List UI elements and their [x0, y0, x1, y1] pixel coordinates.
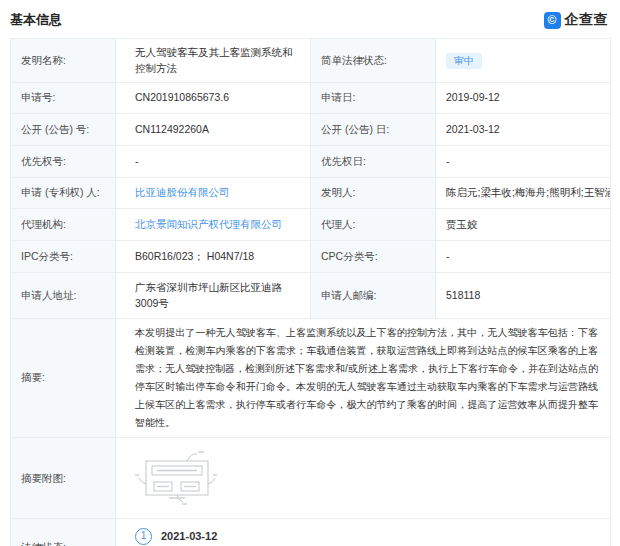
- table-row: IPC分类号: B60R16/023； H04N7/18 CPC分类号: -: [11, 241, 611, 273]
- application-date-label: 申请日:: [311, 83, 436, 114]
- timeline-event: 1 2021-03-12 公开: [135, 528, 598, 546]
- application-number-label: 申请号:: [11, 83, 116, 114]
- publication-date-value: 2021-03-12: [436, 114, 611, 146]
- table-row: 公开 (公告) 号: CN112492260A 公开 (公告) 日: 2021-…: [11, 114, 611, 146]
- basic-info-table: 发明名称: 无人驾驶客车及其上客监测系统和控制方法 简单法律状态: 审中 申请号…: [10, 38, 611, 546]
- patent-basic-info-panel: 基本信息 © 企查查 发明名称: 无人驾驶客车及其上客监测系统和控制方法 简单法…: [0, 0, 620, 546]
- inventors-value: 陈启元;梁丰收;梅海舟;熊明利;王智涵: [436, 178, 611, 209]
- table-row: 法律状态: 1 2021-03-12 公开: [11, 519, 611, 546]
- table-row: 申请号: CN201910865673.6 申请日: 2019-09-12: [11, 83, 611, 114]
- abstract-label: 摘要:: [11, 319, 116, 438]
- priority-date-label: 优先权日:: [311, 146, 436, 178]
- table-row: 申请人地址: 广东省深圳市坪山新区比亚迪路3009号 申请人邮编: 518118: [11, 273, 611, 319]
- applicant-address-label: 申请人地址:: [11, 273, 116, 319]
- ipc-label: IPC分类号:: [11, 241, 116, 273]
- abstract-figure-thumbnail[interactable]: [135, 446, 217, 510]
- table-row: 摘要: 本发明提出了一种无人驾驶客车、上客监测系统以及上下客的控制方法，其中，无…: [11, 319, 611, 438]
- table-row: 申请 (专利权) 人: 比亚迪股份有限公司 发明人: 陈启元;梁丰收;梅海舟;熊…: [11, 178, 611, 209]
- applicant-address-value: 广东省深圳市坪山新区比亚迪路3009号: [116, 273, 311, 319]
- ipc-value: B60R16/023； H04N7/18: [116, 241, 311, 273]
- abstract-text: 本发明提出了一种无人驾驶客车、上客监测系统以及上下客的控制方法，其中，无人驾驶客…: [116, 319, 611, 438]
- table-row: 优先权号: - 优先权日: -: [11, 146, 611, 178]
- qichacha-logo: © 企查查: [544, 11, 609, 29]
- applicant-link[interactable]: 比亚迪股份有限公司: [135, 186, 230, 198]
- panel-header: 基本信息 © 企查查: [0, 0, 620, 38]
- applicant-label: 申请 (专利权) 人:: [11, 178, 116, 209]
- legal-status-badge: 审中: [446, 53, 482, 69]
- agent-value: 贾玉姣: [436, 209, 611, 241]
- timeline-event-date: 2021-03-12: [161, 529, 217, 545]
- agency-link[interactable]: 北京景闻知识产权代理有限公司: [135, 218, 282, 230]
- application-date-value: 2019-09-12: [436, 83, 611, 114]
- application-number-value: CN201910865673.6: [116, 83, 311, 114]
- legal-status-label: 法律状态:: [11, 519, 116, 546]
- patent-diagram-icon: [135, 446, 217, 506]
- timeline-index-badge: 1: [135, 528, 152, 545]
- agent-label: 代理人:: [311, 209, 436, 241]
- cpc-value: -: [436, 241, 611, 273]
- publication-number-value: CN112492260A: [116, 114, 311, 146]
- applicant-zip-value: 518118: [436, 273, 611, 319]
- agency-label: 代理机构:: [11, 209, 116, 241]
- applicant-zip-label: 申请人邮编:: [311, 273, 436, 319]
- table-row: 发明名称: 无人驾驶客车及其上客监测系统和控制方法 简单法律状态: 审中: [11, 39, 611, 83]
- legal-status-timeline: 1 2021-03-12 公开: [116, 519, 611, 546]
- simple-legal-status-label: 简单法律状态:: [311, 39, 436, 83]
- table-row: 代理机构: 北京景闻知识产权代理有限公司 代理人: 贾玉姣: [11, 209, 611, 241]
- qichacha-logo-text: 企查查: [565, 11, 609, 29]
- priority-number-label: 优先权号:: [11, 146, 116, 178]
- invention-name-value: 无人驾驶客车及其上客监测系统和控制方法: [116, 39, 311, 83]
- abstract-figure-label: 摘要附图:: [11, 438, 116, 519]
- inventors-label: 发明人:: [311, 178, 436, 209]
- section-title: 基本信息: [10, 11, 62, 29]
- publication-date-label: 公开 (公告) 日:: [311, 114, 436, 146]
- cpc-label: CPC分类号:: [311, 241, 436, 273]
- table-row: 摘要附图:: [11, 438, 611, 519]
- priority-date-value: -: [436, 146, 611, 178]
- qichacha-logo-icon: ©: [544, 12, 561, 29]
- priority-number-value: -: [116, 146, 311, 178]
- invention-name-label: 发明名称:: [11, 39, 116, 83]
- publication-number-label: 公开 (公告) 号:: [11, 114, 116, 146]
